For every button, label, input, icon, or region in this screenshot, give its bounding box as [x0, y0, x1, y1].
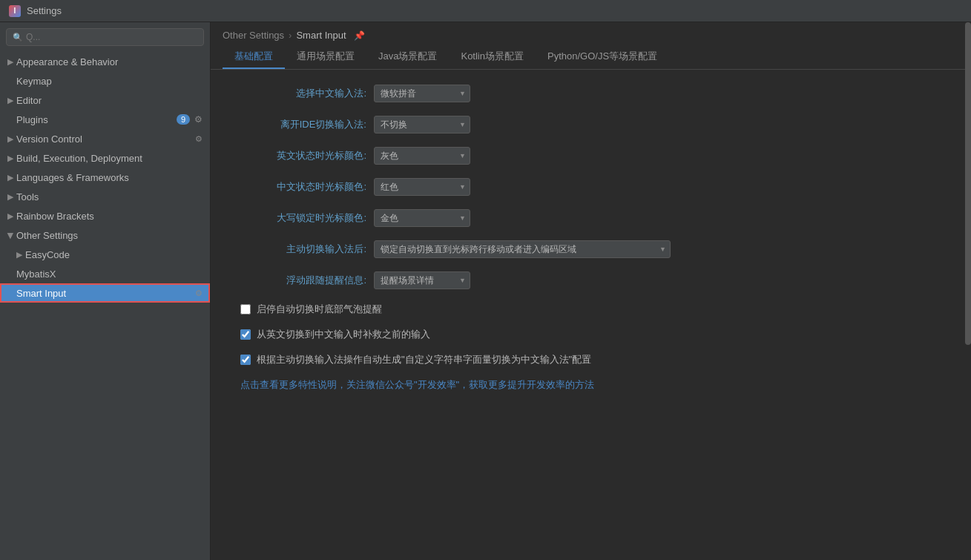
form-row-caps-cursor: 大写锁定时光标颜色: 金色 灰色 蓝色 绿色 — [233, 209, 956, 227]
select-ime[interactable]: 微软拼音 搜狗输入法 百度输入法 — [374, 85, 470, 102]
breadcrumb-current: Smart Input — [296, 30, 346, 41]
sidebar-item-mybatisx[interactable]: MybatisX — [0, 264, 210, 283]
form-label-ime: 选择中文输入法: — [233, 87, 366, 100]
arrow-icon: ▶ — [7, 96, 13, 105]
form-label-zh-cursor: 中文状态时光标颜色: — [233, 180, 366, 194]
form-row-zh-cursor: 中文状态时光标颜色: 红色 灰色 蓝色 绿色 — [233, 178, 956, 196]
select-wrapper-leave-ide[interactable]: 不切换 切换到英文 切换到中文 — [374, 116, 470, 134]
form-row-ime-select: 选择中文输入法: 微软拼音 搜狗输入法 百度输入法 — [233, 85, 956, 102]
settings2-icon: ⚙ — [195, 289, 203, 298]
sidebar-item-plugins[interactable]: Plugins 9 ⚙ — [0, 110, 210, 129]
arrow-icon: ▶ — [7, 134, 13, 144]
form-label-switch-after: 主动切换输入法后: — [233, 243, 366, 256]
arrow-icon: ▶ — [16, 250, 22, 260]
sidebar-item-label: Rainbow Brackets — [16, 211, 94, 222]
sidebar-item-label: EasyCode — [25, 249, 70, 260]
form-row-leave-ide: 离开IDE切换输入法: 不切换 切换到英文 切换到中文 — [233, 116, 956, 134]
select-wrapper-ime[interactable]: 微软拼音 搜狗输入法 百度输入法 — [374, 85, 470, 102]
breadcrumb-parent: Other Settings — [223, 30, 284, 41]
scrollbar-track[interactable] — [965, 22, 971, 560]
sidebar-item-label: Plugins — [16, 114, 48, 125]
main-container: 🔍 ▶ Appearance & Behavior Keymap ▶ Edito… — [0, 22, 971, 560]
search-icon: 🔍 — [13, 33, 23, 42]
sidebar: 🔍 ▶ Appearance & Behavior Keymap ▶ Edito… — [0, 22, 211, 560]
form-row-en-cursor: 英文状态时光标颜色: 灰色 蓝色 绿色 红色 — [233, 147, 956, 165]
select-wrapper-float-tip[interactable]: 提醒场景详情 不提醒 始终提醒 — [374, 271, 470, 289]
sidebar-item-label: Appearance & Behavior — [16, 56, 118, 67]
title-bar-text: Settings — [27, 5, 62, 16]
checkbox-rescue[interactable] — [240, 329, 251, 340]
arrow-open-icon: ▶ — [6, 232, 16, 238]
checkbox-label-auto-config: 根据主动切换输入法操作自动生成"自定义字符串字面量切换为中文输入法"配置 — [257, 353, 591, 366]
info-link[interactable]: 点击查看更多特性说明，关注微信公众号"开发效率"，获取更多提升开发效率的方法 — [233, 378, 956, 392]
main-content: Other Settings › Smart Input 📌 基础配置 通用场景… — [211, 22, 971, 560]
sidebar-item-editor[interactable]: ▶ Editor — [0, 90, 210, 110]
sidebar-item-label: Languages & Frameworks — [16, 172, 129, 183]
form-label-leave-ide: 离开IDE切换输入法: — [233, 118, 366, 131]
checkbox-auto-config[interactable] — [240, 355, 251, 365]
arrow-icon: ▶ — [7, 154, 13, 163]
select-switch-after[interactable]: 锁定自动切换直到光标跨行移动或者进入编码区域 不锁定 始终锁定 — [374, 240, 671, 258]
sidebar-list: ▶ Appearance & Behavior Keymap ▶ Editor … — [0, 52, 210, 560]
sidebar-item-label: Tools — [16, 191, 39, 202]
breadcrumb-separator: › — [289, 30, 292, 41]
select-zh-cursor[interactable]: 红色 灰色 蓝色 绿色 — [374, 178, 470, 196]
sidebar-item-tools[interactable]: ▶ Tools — [0, 187, 210, 206]
plugins-icons: 9 ⚙ — [177, 114, 203, 125]
sidebar-item-languages[interactable]: ▶ Languages & Frameworks — [0, 168, 210, 187]
main-right: Other Settings › Smart Input 📌 基础配置 通用场景… — [211, 22, 971, 560]
form-label-float-tip: 浮动跟随提醒信息: — [233, 274, 366, 287]
sidebar-item-rainbow-brackets[interactable]: ▶ Rainbow Brackets — [0, 206, 210, 225]
sidebar-item-label: Build, Execution, Deployment — [16, 153, 142, 164]
select-float-tip[interactable]: 提醒场景详情 不提醒 始终提醒 — [374, 271, 470, 289]
sidebar-item-other-settings[interactable]: ▶ Other Settings — [0, 225, 210, 245]
settings-icon: ⚙ — [195, 134, 203, 144]
select-caps-cursor[interactable]: 金色 灰色 蓝色 绿色 — [374, 209, 470, 227]
tab-basic[interactable]: 基础配置 — [223, 45, 285, 69]
select-wrapper-en-cursor[interactable]: 灰色 蓝色 绿色 红色 — [374, 147, 470, 165]
sidebar-item-version-control[interactable]: ▶ Version Control ⚙ — [0, 129, 210, 148]
scrollbar-thumb[interactable] — [965, 22, 971, 345]
search-input[interactable] — [26, 32, 197, 42]
form-row-switch-after: 主动切换输入法后: 锁定自动切换直到光标跨行移动或者进入编码区域 不锁定 始终锁… — [233, 240, 956, 258]
form-label-en-cursor: 英文状态时光标颜色: — [233, 149, 366, 162]
sidebar-item-build[interactable]: ▶ Build, Execution, Deployment — [0, 148, 210, 168]
arrow-icon: ▶ — [7, 57, 13, 67]
select-leave-ide[interactable]: 不切换 切换到英文 切换到中文 — [374, 116, 470, 134]
tab-general[interactable]: 通用场景配置 — [285, 45, 366, 69]
checkbox-row-bubble: 启停自动切换时底部气泡提醒 — [233, 303, 956, 316]
select-wrapper-caps-cursor[interactable]: 金色 灰色 蓝色 绿色 — [374, 209, 470, 227]
sidebar-item-keymap[interactable]: Keymap — [0, 71, 210, 90]
sidebar-item-smart-input[interactable]: Smart Input ⚙ — [0, 283, 210, 303]
checkbox-label-bubble: 启停自动切换时底部气泡提醒 — [257, 303, 382, 316]
checkbox-row-rescue: 从英文切换到中文输入时补救之前的输入 — [233, 328, 956, 341]
search-box[interactable]: 🔍 — [6, 28, 204, 46]
arrow-icon: ▶ — [7, 173, 13, 182]
select-wrapper-switch-after[interactable]: 锁定自动切换直到光标跨行移动或者进入编码区域 不锁定 始终锁定 — [374, 240, 671, 258]
select-en-cursor[interactable]: 灰色 蓝色 绿色 红色 — [374, 147, 470, 165]
sidebar-item-label: MybatisX — [16, 269, 56, 280]
app-icon: I — [9, 5, 21, 17]
sidebar-item-label: Keymap — [16, 76, 52, 87]
sidebar-item-label: Version Control — [16, 134, 82, 145]
form-label-caps-cursor: 大写锁定时光标颜色: — [233, 211, 366, 225]
title-bar: I Settings — [0, 0, 971, 22]
checkbox-bubble[interactable] — [240, 304, 251, 314]
form-row-float-tip: 浮动跟随提醒信息: 提醒场景详情 不提醒 始终提醒 — [233, 271, 956, 289]
select-wrapper-zh-cursor[interactable]: 红色 灰色 蓝色 绿色 — [374, 178, 470, 196]
sidebar-item-label: Editor — [16, 95, 42, 106]
pin-icon: 📌 — [354, 30, 365, 41]
gear-icon: ⚙ — [194, 114, 203, 125]
sidebar-item-appearance[interactable]: ▶ Appearance & Behavior — [0, 52, 210, 71]
tab-kotlin[interactable]: Kotlin场景配置 — [449, 45, 536, 69]
tab-java[interactable]: Java场景配置 — [366, 45, 449, 69]
plugins-badge: 9 — [177, 114, 190, 125]
arrow-icon: ▶ — [7, 192, 13, 202]
tab-python[interactable]: Python/GO/JS等场景配置 — [536, 45, 669, 69]
sidebar-item-easycode[interactable]: ▶ EasyCode — [0, 245, 210, 264]
sidebar-item-label: Other Settings — [16, 230, 78, 241]
checkbox-row-auto-config: 根据主动切换输入法操作自动生成"自定义字符串字面量切换为中文输入法"配置 — [233, 353, 956, 366]
sidebar-item-label: Smart Input — [16, 288, 66, 299]
breadcrumb: Other Settings › Smart Input 📌 — [211, 22, 971, 41]
tabs: 基础配置 通用场景配置 Java场景配置 Kotlin场景配置 Python/G… — [211, 41, 971, 70]
